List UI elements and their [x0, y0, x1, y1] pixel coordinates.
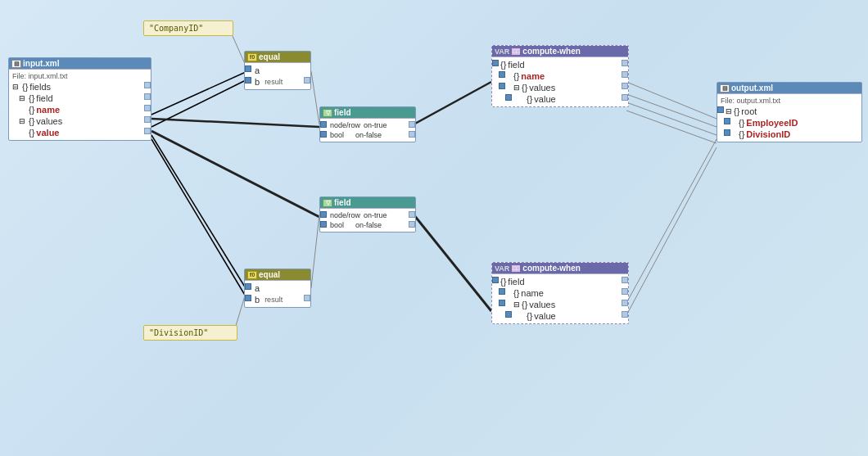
- svg-line-1: [151, 80, 246, 127]
- equal-a-port: [245, 65, 251, 72]
- svg-line-15: [626, 111, 717, 143]
- var-top-value-row: {} value: [509, 93, 625, 105]
- filter-bottom-port-left2: [320, 221, 327, 228]
- company-id-node: "CompanyID": [143, 20, 233, 36]
- svg-line-11: [414, 214, 491, 311]
- division-id-node: "DivisionID": [143, 325, 237, 341]
- filter-top-port-right2: [409, 131, 415, 138]
- equal-bottom-node: f0 equal a b result: [244, 269, 311, 308]
- var-bottom-values-port: [499, 300, 505, 306]
- input-fields-row: ⊟ {} fields: [12, 81, 147, 93]
- input-xml-body: File: input.xml.txt ⊟ {} fields ⊟ {} fie…: [9, 70, 151, 140]
- var-top-name-row: {} name: [502, 70, 625, 82]
- output-divisionid-row: {} DivisionID: [727, 129, 858, 140]
- fields-port-right: [144, 82, 151, 88]
- input-xml-title: ▤ input.xml: [9, 58, 151, 70]
- input-values-row: ⊟ {} values: [19, 115, 147, 127]
- equal-b-row: b result: [248, 76, 307, 88]
- value-port-right: [144, 128, 151, 134]
- output-root-port: [717, 106, 724, 113]
- equal-top-title: f0 equal: [245, 52, 310, 63]
- var-bottom-name-row: {} name: [502, 287, 625, 299]
- svg-line-4: [151, 135, 246, 288]
- filter-top-port-left2: [320, 131, 327, 138]
- var-top-value-port-right: [622, 94, 628, 101]
- input-name-row: {} name: [25, 104, 147, 115]
- equal-b-port: [245, 77, 251, 84]
- svg-line-0: [151, 72, 246, 115]
- equal-top-body: a b result: [245, 63, 310, 89]
- equal-bottom-a-row: a: [248, 282, 307, 294]
- input-field-row: ⊟ {} field: [19, 93, 147, 104]
- output-root-row: ⊟ {} root: [721, 106, 858, 117]
- var-bottom-value-port: [505, 311, 512, 318]
- var-top-icon: □□: [511, 47, 521, 56]
- output-employeeid-row: {} EmployeeID: [727, 117, 858, 129]
- var-bottom-name-port-right: [622, 288, 628, 295]
- filter-top-port-right1: [409, 121, 415, 128]
- equal-bottom-body: a b result: [245, 281, 310, 307]
- output-xml-title: ▤ output.xml: [717, 83, 861, 94]
- field-filter-top-node: ▽ field node/row on-true bool on-false: [319, 106, 416, 142]
- equal-bottom-title: f0 equal: [245, 269, 310, 281]
- values-port-right: [144, 116, 151, 123]
- field-port-right: [144, 93, 151, 100]
- equal-bottom-b-row: b result: [248, 294, 307, 305]
- svg-line-16: [626, 139, 717, 303]
- var-top-field-row: {} field: [495, 59, 625, 70]
- svg-line-14: [626, 102, 717, 135]
- var-bottom-name-port: [499, 288, 505, 295]
- input-value-row: {} value: [25, 127, 147, 138]
- field-filter-bottom-body: node/row on-true bool on-false: [320, 209, 415, 232]
- var-bottom-value-row: {} value: [509, 310, 625, 322]
- svg-line-8: [311, 71, 319, 124]
- output-divisionid-port: [724, 129, 730, 136]
- var-bottom-values-row: ⊟ {} values: [502, 299, 625, 310]
- svg-line-3: [151, 131, 319, 217]
- filter-bottom-port-right1: [409, 211, 415, 218]
- var-top-name-port: [499, 71, 505, 78]
- var-top-value-port: [505, 94, 512, 101]
- equal-bottom-b-port: [245, 295, 251, 301]
- svg-line-5: [151, 139, 246, 296]
- input-xml-icon: ▤: [11, 60, 21, 68]
- var-top-field-port-right: [622, 60, 628, 66]
- var-bottom-value-port-right: [622, 311, 628, 318]
- svg-line-2: [151, 119, 319, 127]
- var-bottom-icon: □□: [511, 264, 521, 273]
- var-top-values-port-right: [622, 83, 628, 89]
- field-filter-bottom-row1: node/row on-true: [323, 210, 412, 220]
- equal-result-port: [304, 77, 310, 84]
- svg-line-12: [626, 82, 717, 119]
- var-bottom-field-port: [492, 277, 499, 283]
- var-top-field-port: [492, 60, 499, 66]
- svg-line-13: [626, 94, 717, 127]
- var-top-values-row: ⊟ {} values: [502, 82, 625, 93]
- field-filter-top-body: node/row on-true bool on-false: [320, 119, 415, 142]
- filter-top-port-left1: [320, 121, 327, 128]
- field-filter-top-icon: ▽: [323, 109, 332, 117]
- equal-top-node: f0 equal a b result: [244, 51, 311, 90]
- var-bottom-values-port-right: [622, 300, 628, 306]
- output-employeeid-port: [724, 118, 730, 124]
- output-xml-icon: ▤: [720, 84, 730, 93]
- input-xml-file-row: File: input.xml.txt: [12, 71, 147, 81]
- var-bottom-body: {} field {} name ⊟ {} values {} value: [492, 274, 628, 323]
- var-top-body: {} field {} name ⊟ {} values {} value: [492, 57, 628, 106]
- field-filter-bottom-row2: bool on-false: [323, 220, 412, 230]
- field-filter-top-title: ▽ field: [320, 107, 415, 119]
- var-bottom-field-port-right: [622, 277, 628, 283]
- filter-bottom-port-right2: [409, 221, 415, 228]
- var-bottom-field-row: {} field: [495, 276, 625, 287]
- svg-line-9: [311, 214, 319, 288]
- var-bottom-header: VAR □□ compute-when: [492, 263, 628, 274]
- field-filter-bottom-icon: ▽: [323, 199, 332, 207]
- equal-bottom-result-port: [304, 295, 310, 301]
- equal-a-row: a: [248, 65, 307, 76]
- field-filter-top-row1: node/row on-true: [323, 120, 412, 130]
- var-top-node: VAR □□ compute-when {} field {} name ⊟ {…: [491, 45, 629, 107]
- input-xml-node: ▤ input.xml File: input.xml.txt ⊟ {} fie…: [8, 57, 151, 141]
- field-filter-bottom-title: ▽ field: [320, 197, 415, 209]
- svg-line-17: [626, 147, 717, 315]
- var-top-name-port-right: [622, 71, 628, 78]
